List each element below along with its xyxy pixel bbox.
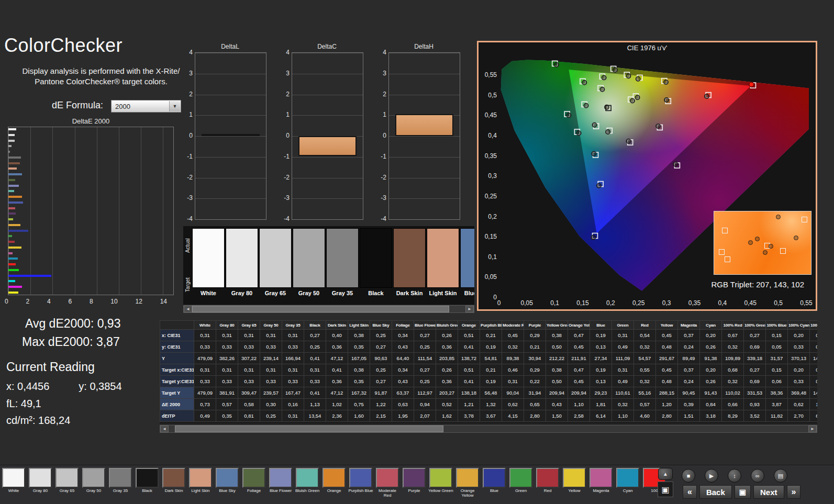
table-scroll-thumb[interactable] [175,425,443,432]
scroll-right-icon[interactable]: ► [808,425,817,432]
last-button[interactable]: » [787,485,801,499]
patch-button-green[interactable]: Green [508,468,533,498]
patch-button-moderate-red[interactable]: Moderate Red [375,468,400,498]
results-table-head: WhiteGray 80Gray 65Gray 50Gray 35BlackDa… [160,321,818,330]
value-cell: 0,31 [260,330,282,341]
table-scroll-track[interactable] [169,425,808,432]
updown-button[interactable]: ↕ [728,469,741,483]
swatch-scrollbar[interactable]: ◄ ► [183,305,474,313]
nav-controls: « Back ▣ Next » [683,485,800,499]
value-cell: 0,31 [194,364,216,376]
patch-button-white[interactable]: White [1,468,26,498]
patch-color [429,468,452,488]
deltae-bar [8,218,13,220]
back-button[interactable]: Back [699,485,732,499]
value-cell: 0,55 [634,364,656,376]
value-cell: 0,47 [568,330,590,341]
value-cell: 3,52 [744,410,766,422]
value-cell: 0,32 [634,376,656,387]
deltae-bar [8,286,22,288]
patch-button-black[interactable]: Black [135,468,160,498]
colorchecker-app: { "header": { "title": "ColorChecker", "… [0,0,834,504]
loop-button[interactable]: ∞ [751,469,764,483]
column-header: Black [304,321,326,330]
value-cell: 0,33 [238,376,260,387]
patch-button-yellow[interactable]: Yellow [562,468,587,498]
value-cell: 0,21 [480,364,502,376]
scroll-right-icon[interactable]: ► [465,306,474,312]
next-button[interactable]: Next [753,485,784,499]
screen-button[interactable]: ▣ [735,485,751,499]
first-button[interactable]: « [683,485,697,499]
value-cell: 0,31 [612,364,634,376]
play-button[interactable]: ▶ [705,469,718,483]
swatch-label: Light Skin [427,288,459,299]
patch-button-dark-skin[interactable]: Dark Skin [161,468,186,498]
value-cell: 90,45 [678,387,700,399]
column-header: Gray 65 [238,321,260,330]
patch-button-blue[interactable]: Blue [482,468,507,498]
axis-tick-label: 0,05 [518,299,535,307]
patch-button-blue-flower[interactable]: Blue Flower [268,468,293,498]
deltae-chart [8,127,174,295]
swatch-label: Gray 50 [293,288,325,299]
patch-label: Cyan [615,489,641,498]
swatch-black: Black [360,228,392,305]
swatch-scroll-track[interactable] [192,306,465,312]
value-cell: 0,21 [480,330,502,341]
value-cell: 0,51 [458,364,480,376]
value-cell: 0,39 [678,399,700,410]
patch-button-gray-65[interactable]: Gray 65 [54,468,80,498]
play-icon: ▶ [709,473,714,479]
value-cell: 0,32 [722,376,744,387]
scroll-left-icon[interactable]: ◄ [184,306,192,312]
patch-color [269,468,292,488]
de-formula-dropdown[interactable]: 2000 ▼ [111,100,181,113]
patch-button-cyan[interactable]: Cyan [615,468,640,498]
column-header: Blue Sky [370,321,392,330]
patch-button-light-skin[interactable]: Light Skin [188,468,213,498]
value-cell: 0,36 [326,341,348,353]
scroll-left-icon[interactable]: ◄ [160,425,169,432]
list-button[interactable]: ▤ [774,469,787,483]
patch-button-purple[interactable]: Purple [402,468,427,498]
patch-button-foliage[interactable]: Foliage [241,468,266,498]
value-cell: 1,81 [590,399,612,410]
value-cell: 0,33 [216,376,238,387]
display-button[interactable]: ▣ [658,481,673,497]
patch-button-bluish-green[interactable]: Bluish Green [295,468,320,498]
patch-button-purplish-blue[interactable]: Purplish Blue [348,468,373,498]
value-cell: 0,38 [348,364,370,376]
patch-button-yellow-green[interactable]: Yellow Green [428,468,453,498]
swatch-gray-80: Gray 80 [226,228,258,305]
patch-button-red[interactable]: Red [535,468,560,498]
swatch-color [393,228,426,288]
patch-color [509,468,532,488]
value-cell: 0,30 [260,399,282,410]
stop-button[interactable]: ■ [682,469,695,483]
patch-button-gray-50[interactable]: Gray 50 [81,468,106,498]
app-description: Display analysis is performed with the X… [14,66,188,87]
eject-button[interactable]: ▲ [658,468,673,480]
value-cell: 309,47 [238,387,260,399]
current-xy: x: 0,4456y: 0,3854 [6,380,122,393]
patch-button-orange[interactable]: Orange [321,468,347,498]
patch-label: Bluish Green [294,489,320,498]
value-cell: 0,32 [612,399,634,410]
swatch-scroll-thumb[interactable] [192,306,449,312]
bottom-toolbar: WhiteGray 80Gray 65Gray 50Gray 35BlackDa… [0,465,834,504]
value-cell: 0,34 [392,364,414,376]
patch-color [2,468,25,488]
patch-color [189,468,212,488]
patch-button-orange-yellow[interactable]: Orange Yellow [455,468,480,498]
patch-button-gray-80[interactable]: Gray 80 [28,468,53,498]
patch-button-magenta[interactable]: Magenta [588,468,614,498]
patch-button-blue-sky[interactable]: Blue Sky [215,468,240,498]
patch-button-gray-35[interactable]: Gray 35 [108,468,133,498]
cie-point [597,184,601,188]
cie-point [664,80,668,84]
table-scrollbar[interactable]: ◄ ► [160,425,817,433]
column-header: Foliage [392,321,414,330]
value-cell: 0,31 [216,364,238,376]
deltae-bar [8,257,18,260]
